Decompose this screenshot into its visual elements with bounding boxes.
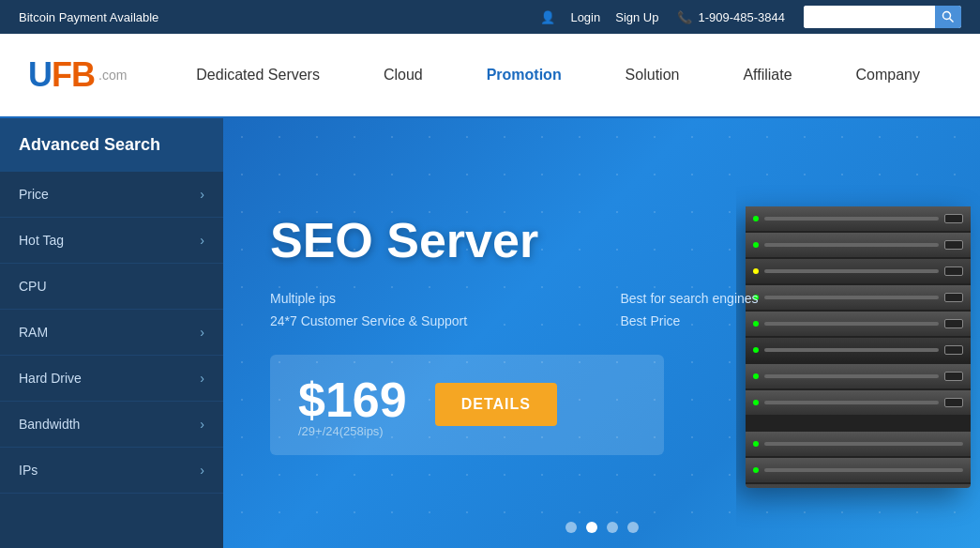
sidebar-item-ips[interactable]: IPs › — [0, 448, 223, 494]
chevron-right-icon: › — [200, 371, 204, 386]
logo-text: UFB — [28, 55, 95, 95]
chevron-right-icon: › — [200, 187, 204, 202]
sidebar-item-price[interactable]: Price › — [0, 172, 223, 218]
dot-4[interactable] — [627, 522, 639, 533]
top-bar-links: 👤 Login Sign Up — [540, 10, 658, 24]
search-input[interactable] — [804, 6, 935, 28]
nav-item-affiliate[interactable]: Affiliate — [733, 59, 801, 91]
search-bar — [804, 6, 961, 28]
phone-info: 📞 1-909-485-3844 — [677, 10, 785, 24]
hero-price: $169 — [298, 372, 407, 428]
search-button[interactable] — [935, 6, 961, 28]
details-button[interactable]: DETAILS — [435, 383, 557, 426]
hero-feature-2: 24*7 Customer Service & Support — [270, 313, 583, 328]
dot-2[interactable] — [586, 522, 597, 533]
sidebar-item-hard-drive[interactable]: Hard Drive › — [0, 356, 223, 402]
dot-1[interactable] — [565, 522, 577, 533]
chevron-right-icon: › — [200, 417, 204, 432]
hero-price-box: $169 /29+/24(258ips) DETAILS — [270, 355, 664, 455]
chevron-right-icon: › — [200, 233, 204, 248]
chevron-right-icon: › — [200, 463, 204, 478]
sidebar-item-hot-tag[interactable]: Hot Tag › — [0, 218, 223, 264]
nav-item-dedicated-servers[interactable]: Dedicated Servers — [187, 59, 329, 91]
chevron-right-icon: › — [200, 325, 204, 340]
hero-feature-3: Best Price — [621, 313, 934, 328]
logo-com: .com — [98, 68, 127, 83]
user-icon: 👤 — [540, 10, 555, 24]
logo[interactable]: UFB .com — [28, 55, 127, 95]
nav-item-solution[interactable]: Solution — [616, 59, 689, 91]
svg-point-0 — [943, 12, 951, 20]
phone-icon: 📞 — [677, 10, 692, 24]
main-nav: Dedicated Servers Cloud Promotion Soluti… — [164, 59, 952, 91]
sidebar-item-ram[interactable]: RAM › — [0, 310, 223, 356]
nav-item-cloud[interactable]: Cloud — [374, 59, 432, 91]
server-image — [736, 146, 980, 548]
header: UFB .com Dedicated Servers Cloud Promoti… — [0, 34, 980, 118]
sidebar: Advanced Search Price › Hot Tag › CPU RA… — [0, 118, 223, 548]
main-content: Advanced Search Price › Hot Tag › CPU RA… — [0, 118, 980, 548]
svg-line-1 — [950, 19, 954, 23]
nav-item-company[interactable]: Company — [847, 59, 929, 91]
sidebar-item-bandwidth[interactable]: Bandwidth › — [0, 402, 223, 448]
top-bar: Bitcoin Payment Available 👤 Login Sign U… — [0, 0, 980, 34]
hero-feature-1: Best for search engines — [621, 291, 934, 306]
dot-3[interactable] — [607, 522, 618, 533]
signup-link[interactable]: Sign Up — [615, 10, 658, 24]
hero-feature-0: Multiple ips — [270, 291, 583, 306]
sidebar-header: Advanced Search — [0, 118, 223, 172]
nav-item-promotion[interactable]: Promotion — [477, 59, 571, 91]
sidebar-item-cpu[interactable]: CPU — [0, 264, 223, 310]
carousel-dots — [565, 522, 639, 533]
price-info: $169 /29+/24(258ips) — [298, 372, 407, 438]
hero-section: SEO Server Multiple ips Best for search … — [223, 118, 980, 548]
bitcoin-notice: Bitcoin Payment Available — [19, 10, 521, 24]
hero-title: SEO Server — [270, 212, 933, 268]
hero-features: Multiple ips Best for search engines 24*… — [270, 291, 933, 328]
login-link[interactable]: Login — [570, 10, 600, 24]
